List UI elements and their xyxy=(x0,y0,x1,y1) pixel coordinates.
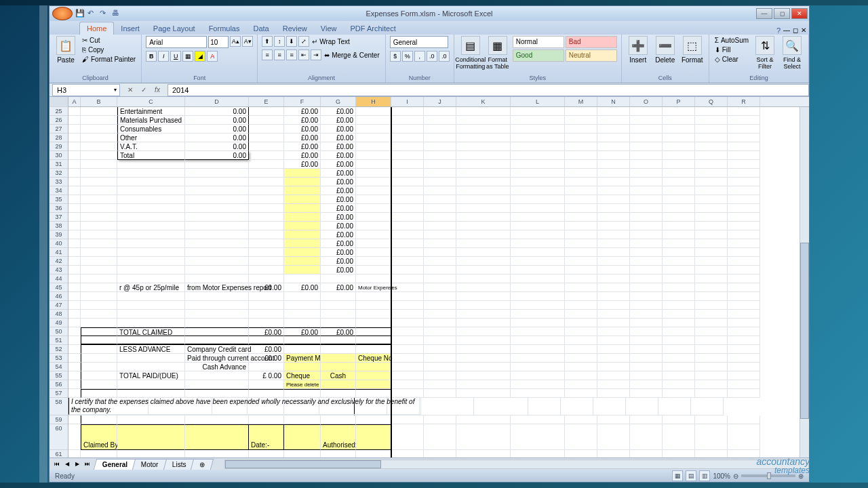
office-button[interactable] xyxy=(52,7,73,20)
underline-icon[interactable]: U xyxy=(170,51,181,62)
italic-icon[interactable]: I xyxy=(158,51,169,62)
paste-icon: 📋 xyxy=(56,36,75,55)
align-top-icon[interactable]: ⬆ xyxy=(262,36,273,47)
align-middle-icon[interactable]: ↕ xyxy=(274,36,285,47)
tab-next-icon[interactable]: ▶ xyxy=(73,460,82,469)
insert-cells-button[interactable]: ➕Insert xyxy=(626,36,650,64)
font-color-icon[interactable]: A xyxy=(207,51,218,62)
close-button[interactable]: ✕ xyxy=(791,8,808,19)
tab-home[interactable]: Home xyxy=(79,22,114,35)
cancel-fx-icon[interactable]: ✕ xyxy=(124,85,136,96)
sheet-tab-general[interactable]: General xyxy=(94,459,137,470)
undo-icon[interactable]: ↶ xyxy=(87,9,97,18)
font-size-select[interactable] xyxy=(208,36,229,48)
fill-color-icon[interactable]: ◢ xyxy=(195,51,205,62)
conditional-formatting-button[interactable]: ▤ Conditional Formatting xyxy=(458,36,483,70)
zoom-out-icon[interactable]: ⊖ xyxy=(733,472,738,480)
font-label: Font xyxy=(146,73,253,81)
inc-decimal-icon[interactable]: .0 xyxy=(427,51,437,62)
clipboard-label: Clipboard xyxy=(54,73,137,81)
tab-last-icon[interactable]: ⏭ xyxy=(83,460,92,469)
tab-data[interactable]: Data xyxy=(246,22,275,35)
grow-font-icon[interactable]: A▴ xyxy=(230,36,241,47)
zoom-level[interactable]: 100% xyxy=(713,472,730,480)
style-bad[interactable]: Bad xyxy=(566,36,617,48)
border-icon[interactable]: ▦ xyxy=(182,51,193,62)
align-bottom-icon[interactable]: ⬇ xyxy=(286,36,297,47)
tab-prev-icon[interactable]: ◀ xyxy=(62,460,72,469)
excel-window: 💾 ↶ ↷ 🖶 Expenses Form.xlsm - Microsoft E… xyxy=(49,5,810,483)
doc-restore-icon[interactable]: ◻ xyxy=(793,26,798,35)
window-title: Expenses Form.xlsm - Microsoft Excel xyxy=(366,9,492,18)
orientation-icon[interactable]: ⤢ xyxy=(298,36,309,47)
print-icon[interactable]: 🖶 xyxy=(112,9,121,18)
view-normal-icon[interactable]: ▦ xyxy=(672,470,683,481)
tab-insert[interactable]: Insert xyxy=(114,22,146,35)
style-normal[interactable]: Normal xyxy=(513,36,564,48)
percent-icon[interactable]: % xyxy=(402,51,413,62)
minimize-button[interactable]: — xyxy=(756,8,772,19)
indent-inc-icon[interactable]: ⇥ xyxy=(311,49,321,60)
style-neutral[interactable]: Neutral xyxy=(566,49,617,62)
clear-button[interactable]: ◇Clear xyxy=(713,55,750,64)
copy-button[interactable]: ⎘Copy xyxy=(81,45,137,54)
bold-icon[interactable]: B xyxy=(146,51,157,62)
accept-fx-icon[interactable]: ✓ xyxy=(138,85,150,96)
fill-button[interactable]: ⬇Fill xyxy=(713,45,750,54)
hscroll-thumb[interactable] xyxy=(225,460,381,468)
style-good[interactable]: Good xyxy=(513,49,564,62)
vscroll-thumb[interactable] xyxy=(800,243,809,419)
help-icon[interactable]: ? xyxy=(776,26,781,35)
shrink-font-icon[interactable]: A▾ xyxy=(242,36,253,47)
comma-icon[interactable]: , xyxy=(414,51,425,62)
maximize-button[interactable]: ◻ xyxy=(774,8,790,19)
merge-center-button[interactable]: ⬌Merge & Center xyxy=(323,49,381,60)
ribbon: 📋 Paste ✂Cut ⎘Copy 🖌Format Painter Clipb… xyxy=(50,35,809,83)
row-headers[interactable]: 2526272829303132333435363738394041424344… xyxy=(50,97,68,458)
merge-icon: ⬌ xyxy=(324,52,330,59)
doc-close-icon[interactable]: ✕ xyxy=(801,26,806,35)
align-center-icon[interactable]: ≡ xyxy=(274,49,285,60)
doc-minimize-icon[interactable]: — xyxy=(783,26,790,35)
tab-page-layout[interactable]: Page Layout xyxy=(146,22,202,35)
fx-icon[interactable]: fx xyxy=(151,85,163,96)
sheet-tab-new[interactable]: ⊕ xyxy=(191,459,214,470)
number-format-select[interactable] xyxy=(390,36,448,48)
vertical-scrollbar[interactable] xyxy=(800,107,809,458)
indent-dec-icon[interactable]: ⇤ xyxy=(298,49,309,60)
horizontal-scrollbar[interactable] xyxy=(224,460,809,469)
find-select-button[interactable]: 🔍Find & Select xyxy=(780,36,804,70)
tab-view[interactable]: View xyxy=(314,22,344,35)
align-right-icon[interactable]: ≡ xyxy=(286,49,297,60)
cells-label: Cells xyxy=(626,73,705,81)
tab-first-icon[interactable]: ⏮ xyxy=(52,460,62,469)
align-left-icon[interactable]: ≡ xyxy=(262,49,273,60)
title-bar: 💾 ↶ ↷ 🖶 Expenses Form.xlsm - Microsoft E… xyxy=(50,6,809,21)
formula-input[interactable] xyxy=(167,84,809,96)
tab-review[interactable]: Review xyxy=(276,22,314,35)
save-icon[interactable]: 💾 xyxy=(75,9,85,18)
tab-pdf-architect[interactable]: PDF Architect xyxy=(343,22,402,35)
fill-icon: ⬇ xyxy=(715,46,720,54)
sort-filter-button[interactable]: ⇅Sort & Filter xyxy=(753,36,777,70)
name-box[interactable]: H3 xyxy=(52,84,120,96)
view-break-icon[interactable]: ▥ xyxy=(699,470,710,481)
format-painter-button[interactable]: 🖌Format Painter xyxy=(81,55,137,64)
dec-decimal-icon[interactable]: .0 xyxy=(439,51,450,62)
wrap-text-button[interactable]: ↵Wrap Text xyxy=(311,36,351,47)
format-cells-button[interactable]: ⬚Format xyxy=(680,36,705,64)
editing-label: Editing xyxy=(713,73,804,81)
view-layout-icon[interactable]: ▤ xyxy=(686,470,696,481)
currency-icon[interactable]: $ xyxy=(390,51,401,62)
sheet-tab-motor[interactable]: Motor xyxy=(132,459,167,470)
spreadsheet-grid[interactable]: Entertainment0.00£0.00£0.00Materials Pur… xyxy=(68,107,809,458)
format-as-table-button[interactable]: ▦ Format as Table xyxy=(486,36,510,70)
paste-button[interactable]: 📋 Paste xyxy=(54,36,78,64)
delete-cells-button[interactable]: ➖Delete xyxy=(653,36,677,64)
tab-formulas[interactable]: Formulas xyxy=(202,22,247,35)
autosum-button[interactable]: ΣAutoSum xyxy=(713,36,750,45)
font-name-select[interactable] xyxy=(146,36,207,48)
cut-button[interactable]: ✂Cut xyxy=(81,36,137,45)
redo-icon[interactable]: ↷ xyxy=(100,9,109,18)
col-headers[interactable]: ABCDEFGHIJKLMNOPQR xyxy=(68,97,809,107)
